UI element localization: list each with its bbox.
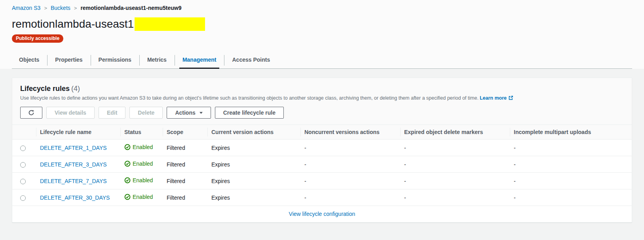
column-header-scope: Scope: [163, 125, 207, 140]
noncurrent-versions-actions-cell: -: [300, 189, 400, 206]
delete-button[interactable]: Delete: [129, 107, 163, 119]
panel-title-row: Lifecycle rules(4): [20, 84, 624, 93]
status-enabled-icon: [124, 161, 131, 167]
panel-description-text: Use lifecycle rules to define actions yo…: [20, 95, 479, 101]
row-radio-button[interactable]: [20, 195, 26, 201]
status-badge: Enabled: [124, 177, 153, 183]
tab-access-points[interactable]: Access Points: [224, 52, 278, 68]
toolbar: View details Edit Delete Actions Create …: [20, 107, 624, 119]
redaction-highlight: [135, 17, 205, 31]
expired-object-delete-markers-cell: -: [400, 140, 510, 156]
panel-count: (4): [71, 85, 80, 93]
status-badge: Enabled: [124, 194, 153, 200]
status-badge: Enabled: [124, 161, 153, 167]
breadcrumb-chevron-icon: >: [74, 5, 77, 11]
breadcrumb-link-buckets[interactable]: Buckets: [51, 5, 70, 11]
tab-bar: Objects Properties Permissions Metrics M…: [12, 52, 632, 69]
column-header-current-version-actions: Current version actions: [207, 125, 300, 140]
breadcrumb-link-amazon-s3[interactable]: Amazon S3: [12, 5, 40, 11]
noncurrent-versions-actions-cell: -: [300, 173, 400, 189]
current-version-actions-cell: Expires: [207, 189, 300, 206]
panel-footer: View lifecycle configuration: [12, 206, 632, 222]
noncurrent-versions-actions-cell: -: [300, 140, 400, 156]
tab-objects[interactable]: Objects: [12, 52, 47, 68]
table-row: DELETE_AFTER_7_DAYS Enabled Filtered Exp…: [12, 173, 632, 189]
scope-cell: Filtered: [163, 189, 207, 206]
incomplete-multipart-uploads-cell: -: [510, 156, 632, 173]
panel-description: Use lifecycle rules to define actions yo…: [20, 95, 624, 101]
expired-object-delete-markers-cell: -: [400, 189, 510, 206]
external-link-icon: [508, 95, 513, 100]
scope-cell: Filtered: [163, 173, 207, 189]
actions-label: Actions: [175, 110, 195, 116]
current-version-actions-cell: Expires: [207, 156, 300, 173]
lifecycle-rules-panel: Lifecycle rules(4) Use lifecycle rules t…: [12, 77, 632, 223]
incomplete-multipart-uploads-cell: -: [510, 189, 632, 206]
breadcrumb: Amazon S3>Buckets>remotionlambda-useast1…: [0, 0, 644, 11]
create-lifecycle-rule-button[interactable]: Create lifecycle rule: [215, 107, 284, 119]
tab-properties[interactable]: Properties: [47, 52, 90, 68]
edit-button[interactable]: Edit: [99, 107, 125, 119]
tab-metrics[interactable]: Metrics: [139, 52, 175, 68]
lifecycle-rules-header: Lifecycle rules(4) Use lifecycle rules t…: [12, 78, 632, 125]
actions-dropdown-button[interactable]: Actions: [167, 107, 211, 119]
incomplete-multipart-uploads-cell: -: [510, 173, 632, 189]
breadcrumb-chevron-icon: >: [44, 5, 47, 11]
rule-name-link[interactable]: DELETE_AFTER_3_DAYS: [40, 161, 107, 168]
table-row: DELETE_AFTER_1_DAYS Enabled Filtered Exp…: [12, 140, 632, 156]
table-row: DELETE_AFTER_30_DAYS Enabled Filtered Ex…: [12, 189, 632, 206]
current-version-actions-cell: Expires: [207, 140, 300, 156]
refresh-button[interactable]: [20, 107, 42, 119]
incomplete-multipart-uploads-cell: -: [510, 140, 632, 156]
rule-name-link[interactable]: DELETE_AFTER_1_DAYS: [40, 145, 107, 151]
bucket-name-text: remotionlambda-useast1: [12, 18, 134, 30]
row-radio-button[interactable]: [20, 179, 26, 184]
scope-cell: Filtered: [163, 156, 207, 173]
tab-permissions[interactable]: Permissions: [91, 52, 139, 68]
lifecycle-rules-table: Lifecycle rule name Status Scope Current…: [12, 125, 632, 206]
table-header-row: Lifecycle rule name Status Scope Current…: [12, 125, 632, 140]
content-area: Lifecycle rules(4) Use lifecycle rules t…: [0, 69, 644, 223]
panel-title: Lifecycle rules: [20, 85, 70, 93]
status-enabled-icon: [124, 194, 131, 200]
row-radio-button[interactable]: [20, 146, 26, 151]
column-header-incomplete-multipart-uploads: Incomplete multipart uploads: [510, 125, 632, 140]
column-header-status: Status: [120, 125, 163, 140]
scope-cell: Filtered: [163, 140, 207, 156]
status-enabled-icon: [124, 177, 131, 183]
view-details-button[interactable]: View details: [46, 107, 95, 119]
column-header-noncurrent-versions-actions: Noncurrent versions actions: [300, 125, 400, 140]
expired-object-delete-markers-cell: -: [400, 173, 510, 189]
breadcrumb-current-bucket: remotionlambda-useast1-nemu5teuw9: [80, 5, 181, 11]
rule-name-link[interactable]: DELETE_AFTER_7_DAYS: [40, 178, 107, 184]
rule-name-link[interactable]: DELETE_AFTER_30_DAYS: [40, 195, 110, 201]
page-header: Amazon S3>Buckets>remotionlambda-useast1…: [0, 0, 644, 69]
page-title: remotionlambda-useast1: [12, 17, 644, 31]
learn-more-link[interactable]: Learn more: [480, 95, 507, 101]
status-enabled-icon: [124, 144, 131, 150]
row-radio-button[interactable]: [20, 162, 26, 168]
expired-object-delete-markers-cell: -: [400, 156, 510, 173]
publicly-accessible-badge: Publicly accessible: [12, 34, 63, 43]
tab-management[interactable]: Management: [175, 52, 224, 68]
select-column-header: [12, 125, 36, 140]
column-header-expired-object-delete-markers: Expired object delete markers: [400, 125, 510, 140]
noncurrent-versions-actions-cell: -: [300, 156, 400, 173]
caret-down-icon: [199, 112, 203, 114]
table-row: DELETE_AFTER_3_DAYS Enabled Filtered Exp…: [12, 156, 632, 173]
view-lifecycle-configuration-link[interactable]: View lifecycle configuration: [289, 211, 355, 217]
column-header-rule-name: Lifecycle rule name: [36, 125, 120, 140]
current-version-actions-cell: Expires: [207, 173, 300, 189]
refresh-icon: [28, 110, 34, 116]
status-badge: Enabled: [124, 144, 153, 150]
